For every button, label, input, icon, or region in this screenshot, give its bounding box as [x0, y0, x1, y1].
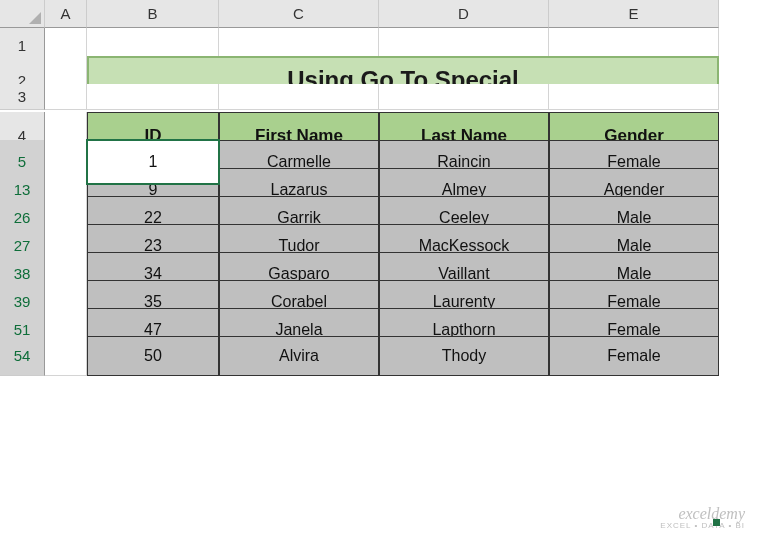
row-head[interactable]: 3 — [0, 84, 45, 110]
cell[interactable] — [549, 84, 719, 110]
col-head-a[interactable]: A — [45, 0, 87, 28]
watermark-sub: EXCEL • DATA • BI — [660, 522, 745, 531]
cell[interactable] — [87, 84, 219, 110]
cell[interactable] — [379, 84, 549, 110]
cell-id[interactable]: 50 — [87, 336, 219, 376]
cell[interactable] — [219, 84, 379, 110]
row-head[interactable]: 54 — [0, 336, 45, 376]
watermark-main: exceldemy — [660, 505, 745, 523]
cell-id[interactable]: 1 — [87, 140, 219, 184]
cell-last[interactable]: Thody — [379, 336, 549, 376]
cell-first[interactable]: Alvira — [219, 336, 379, 376]
cell[interactable] — [45, 84, 87, 110]
col-head-d[interactable]: D — [379, 0, 549, 28]
col-head-c[interactable]: C — [219, 0, 379, 28]
selection-handle[interactable] — [713, 519, 720, 526]
cell-gender[interactable]: Female — [549, 336, 719, 376]
col-head-b[interactable]: B — [87, 0, 219, 28]
watermark: exceldemy EXCEL • DATA • BI — [660, 505, 745, 531]
spreadsheet-grid: A B C D E 1 2 Using Go To Special 3 4 ID… — [0, 0, 767, 364]
col-head-e[interactable]: E — [549, 0, 719, 28]
cell[interactable] — [45, 336, 87, 376]
select-all-corner[interactable] — [0, 0, 45, 28]
